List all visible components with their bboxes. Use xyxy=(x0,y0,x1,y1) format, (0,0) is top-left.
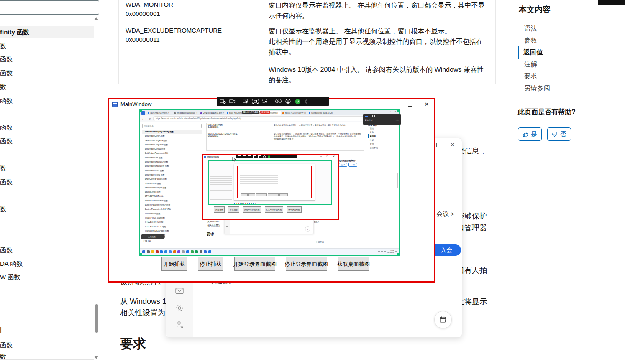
media-window-icon[interactable] xyxy=(370,115,373,117)
join-meeting-button[interactable]: 入会 xyxy=(432,244,461,256)
nested-capture-button[interactable]: 开始捕获 xyxy=(214,206,225,213)
taskbar-app-icon[interactable] xyxy=(204,250,207,253)
mini-nav-item[interactable]: ShowOwnedPopups 函数 xyxy=(142,177,202,181)
browser-tab[interactable]: Components-Build-All Lin × xyxy=(307,111,334,115)
mini-toc-item[interactable]: 语法 xyxy=(368,127,397,130)
overlay-chip-red[interactable]: 模拟宣真 xyxy=(260,111,270,114)
mini-nav-item[interactable]: SetWindowDisplayAffinity 函数 xyxy=(142,130,202,134)
selection-handle[interactable] xyxy=(139,253,142,256)
sidebar-item[interactable]: 数 xyxy=(0,83,6,91)
mini-nav-item[interactable]: ShowWindow 函数 xyxy=(142,182,202,186)
sidebar-scrollbar-thumb[interactable] xyxy=(95,304,98,333)
taskbar-app-icon[interactable] xyxy=(173,250,176,253)
taskbar-app-icon[interactable] xyxy=(195,250,198,253)
mini-nav-item[interactable]: SoundSentry 函数 xyxy=(142,190,202,194)
mini-feedback-yes[interactable]: 凸 是 xyxy=(339,163,347,167)
taskbar-app-icon[interactable] xyxy=(151,250,154,253)
sidebar-item[interactable]: 函数 xyxy=(0,247,13,254)
sidebar-item[interactable]: 数 xyxy=(0,165,6,172)
minimize-button[interactable] xyxy=(384,99,398,109)
toc-item[interactable]: 语法 xyxy=(518,23,623,35)
sidebar-item[interactable]: 函数 xyxy=(0,69,13,77)
sidebar-item[interactable]: 函数 xyxy=(0,178,13,186)
status-check-icon[interactable] xyxy=(295,99,301,104)
person-switch-icon[interactable] xyxy=(175,321,184,331)
toc-item[interactable]: 返回值 xyxy=(518,46,623,59)
nested-window-controls[interactable]: – □ ✕ xyxy=(320,155,337,158)
close-button[interactable]: ✕ xyxy=(420,99,434,109)
region-capture-icon[interactable] xyxy=(252,99,259,104)
tray-icon[interactable] xyxy=(381,251,383,252)
mini-nav-item[interactable]: SystemParametersInfoA 函数 xyxy=(142,203,202,207)
capture-settings-icon[interactable] xyxy=(220,99,226,104)
mini-toc-item[interactable]: 另请参阅 xyxy=(368,146,397,150)
collapse-chevron-icon[interactable] xyxy=(304,99,307,104)
mini-nav-item[interactable]: TITLEBARINFOEX 结构 xyxy=(142,225,202,229)
nested-capture-button[interactable]: 开始登录界面截图 xyxy=(243,206,261,213)
selection-handle[interactable] xyxy=(397,109,400,112)
mini-nav-item[interactable]: TITLEBARINFO 结构 xyxy=(142,220,202,224)
new-tab-button[interactable]: + xyxy=(334,111,338,115)
mini-toc-item[interactable]: 注解 xyxy=(368,138,397,142)
scroll-down-arrow[interactable] xyxy=(94,356,98,359)
mini-scrollbar[interactable] xyxy=(397,173,398,188)
browser-tab[interactable]: C#实现屏幕截图出选图 × xyxy=(199,111,225,115)
mini-nav-item[interactable]: SetWindowLongPtrW 函数 xyxy=(142,143,202,147)
browser-tab[interactable]: 概述|在线风暴控制器 × xyxy=(146,111,173,115)
mini-nav-item[interactable]: TranslateMDISysAccel 函数 xyxy=(142,229,202,233)
mini-nav-item[interactable]: SetWindowPlacement 函数 xyxy=(142,151,202,155)
capture-button[interactable]: 停止登录界面截图 xyxy=(286,257,327,271)
mini-toc-item[interactable]: 参数 xyxy=(368,130,397,134)
feedback-no-button[interactable]: 否 xyxy=(547,127,571,141)
selection-handle[interactable] xyxy=(397,253,400,256)
camera-toggle-icon[interactable] xyxy=(275,99,282,104)
sidebar-item[interactable]: 函数 xyxy=(0,56,13,63)
meeting-close-button[interactable]: ✕ xyxy=(447,140,459,149)
sidebar-item[interactable]: 函数 xyxy=(0,124,13,131)
toc-item[interactable]: 参数 xyxy=(518,35,623,47)
sidebar-item[interactable]: 函数 xyxy=(0,137,13,145)
nested-capture-button[interactable]: 获取桌面截图 xyxy=(287,206,302,213)
sidebar-filter-input[interactable] xyxy=(0,0,99,15)
gear-icon[interactable] xyxy=(175,304,184,314)
mini-nav-item[interactable]: SystemParametersInfoW 函数 xyxy=(142,207,202,211)
taskbar-app-icon[interactable] xyxy=(186,250,189,253)
schedule-meeting-button[interactable] xyxy=(434,311,452,328)
mail-icon[interactable] xyxy=(175,288,184,296)
mini-nav-item[interactable]: SetWindowTextW 函数 xyxy=(142,173,202,177)
mini-nav-item[interactable]: SetWindowTextA 函数 xyxy=(142,169,202,173)
tray-icon[interactable] xyxy=(384,251,386,252)
sidebar-item[interactable]: W 函数 xyxy=(0,273,20,281)
taskbar-app-icon[interactable] xyxy=(142,250,145,253)
mini-toc-item[interactable]: 返回值 xyxy=(368,134,397,138)
taskbar-app-icon[interactable] xyxy=(200,250,202,253)
taskbar-clock[interactable]: 11:48 2025/12/4 xyxy=(387,250,394,254)
mini-toc-item[interactable]: 要求 xyxy=(368,142,397,146)
taskbar-app-icon[interactable] xyxy=(147,250,150,253)
nested-capture-button[interactable]: 停止登录界面截图 xyxy=(265,206,284,213)
taskbar-app-icon[interactable] xyxy=(191,250,194,253)
browser-tab[interactable]: 提招客户端宣发大文件 (二 × xyxy=(281,111,307,115)
sidebar-item[interactable]: 数 xyxy=(0,206,6,213)
toc-item[interactable]: 要求 xyxy=(518,70,623,82)
taskbar-app-icon[interactable] xyxy=(208,250,211,253)
video-record-icon[interactable] xyxy=(229,99,236,104)
taskbar-app-icon[interactable] xyxy=(177,250,180,253)
toc-item[interactable]: 另请参阅 xyxy=(518,82,623,94)
window-pick-icon[interactable] xyxy=(262,99,268,104)
maximize-button[interactable] xyxy=(403,99,417,109)
mini-nav-item[interactable]: TileWindows 函数 xyxy=(142,212,202,216)
mini-nav-item[interactable]: SetWindowLongA 函数 xyxy=(142,134,202,138)
nav-arrows[interactable]: ‹ › ↻ xyxy=(142,117,151,120)
capture-button[interactable]: 开始捕获 xyxy=(161,257,187,271)
cursor-select-icon[interactable] xyxy=(243,99,249,104)
media-grid-icon[interactable] xyxy=(374,115,377,117)
sidebar-item[interactable]: 数 xyxy=(0,43,6,50)
capture-button[interactable]: 获取桌面截图 xyxy=(338,257,369,271)
tray-icon[interactable] xyxy=(378,251,380,252)
mini-feedback-no[interactable]: ▽ 否 xyxy=(348,163,357,167)
url-field[interactable]: https://learn.microsoft.com/zh-cn/window… xyxy=(153,116,390,121)
selection-handle[interactable] xyxy=(139,109,142,112)
taskbar-app-icon[interactable] xyxy=(169,250,172,253)
mini-nav-item[interactable]: SetWindowsHookExA 函数 xyxy=(142,160,202,164)
